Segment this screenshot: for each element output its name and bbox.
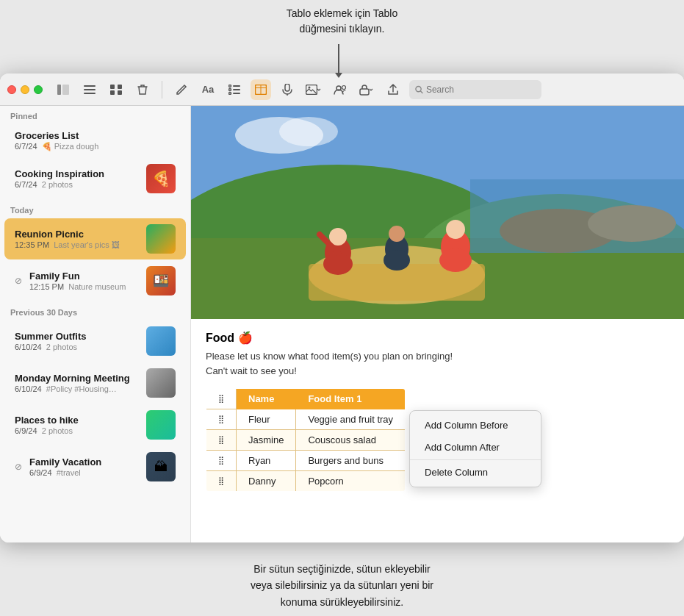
svg-point-25 bbox=[416, 86, 421, 91]
family-fun-thumbnail: 🍱 bbox=[146, 266, 176, 296]
maximize-button[interactable] bbox=[34, 85, 43, 94]
sidebar: Pinned Groceries List 6/7/24 🍕 Pizza dou… bbox=[0, 106, 191, 542]
svg-rect-2 bbox=[84, 85, 96, 87]
summer-outfits-title: Summer Outfits bbox=[15, 331, 140, 342]
table-cell-food[interactable]: Burgers and buns bbox=[296, 451, 406, 471]
cooking-info: Cooking Inspiration 6/7/24 2 photos bbox=[15, 168, 140, 189]
list-view-button[interactable] bbox=[79, 79, 100, 100]
summer-outfits-thumbnail bbox=[146, 326, 176, 356]
table-row[interactable]: ⣿ Jasmine Couscous salad bbox=[206, 430, 406, 451]
context-add-column-after[interactable]: Add Column After bbox=[413, 437, 538, 458]
svg-point-21 bbox=[309, 86, 311, 88]
table-row-handle-header: ⣿ bbox=[206, 389, 237, 409]
table-cell-name[interactable]: Ryan bbox=[237, 451, 296, 471]
minimize-button[interactable] bbox=[21, 85, 29, 94]
sidebar-item-cooking[interactable]: Cooking Inspiration 6/7/24 2 photos 🍕 bbox=[4, 158, 186, 199]
svg-point-29 bbox=[279, 117, 338, 146]
table-cell-food[interactable]: Veggie and fruit tray bbox=[296, 409, 406, 430]
sidebar-today-label: Today bbox=[0, 200, 190, 218]
svg-line-26 bbox=[421, 91, 422, 93]
collaborate-button[interactable] bbox=[330, 79, 350, 100]
table-cell-food[interactable]: Popcorn bbox=[296, 471, 406, 492]
sidebar-toggle-button[interactable] bbox=[53, 79, 73, 100]
compose-button[interactable] bbox=[171, 79, 192, 100]
svg-point-42 bbox=[446, 220, 465, 239]
sidebar-pinned-label: Pinned bbox=[0, 106, 190, 123]
svg-rect-1 bbox=[62, 85, 69, 95]
table-row-handle: ⣿ bbox=[206, 471, 237, 492]
share-button[interactable] bbox=[383, 79, 403, 100]
groceries-meta: 6/7/24 🍕 Pizza dough bbox=[15, 142, 176, 151]
table-cell-name[interactable]: Danny bbox=[237, 471, 296, 492]
svg-rect-8 bbox=[118, 90, 122, 95]
sidebar-item-summer-outfits[interactable]: Summer Outfits 6/10/24 2 photos bbox=[4, 320, 186, 362]
note-heading: Food 🍎 bbox=[206, 331, 669, 345]
checklist-button[interactable] bbox=[224, 79, 245, 100]
svg-rect-18 bbox=[285, 84, 289, 91]
context-menu-separator bbox=[410, 459, 541, 460]
table-button[interactable] bbox=[251, 79, 271, 100]
table-cell-name[interactable]: Jasmine bbox=[237, 430, 296, 451]
note-editor[interactable]: Food 🍎 Please let us know what food item… bbox=[191, 106, 684, 542]
svg-rect-5 bbox=[110, 85, 115, 89]
family-vacation-info: Family Vacation 6/9/24 #travel bbox=[29, 456, 140, 477]
places-hike-info: Places to hike 6/9/24 2 photos bbox=[15, 415, 140, 435]
main-window: Aa bbox=[0, 74, 684, 542]
lock-button[interactable] bbox=[356, 79, 377, 100]
groceries-title: Groceries List bbox=[15, 130, 176, 141]
sidebar-item-family-fun[interactable]: ⊘ Family Fun 12:15 PM Nature museum 🍱 bbox=[4, 260, 186, 301]
table-col2-header[interactable]: Food Item 1 bbox=[296, 389, 406, 409]
table-cell-food[interactable]: Couscous salad bbox=[296, 430, 406, 451]
toolbar-divider-1 bbox=[162, 81, 162, 99]
close-button[interactable] bbox=[7, 85, 16, 94]
format-button[interactable]: Aa bbox=[198, 79, 218, 100]
table-col1-header[interactable]: Name bbox=[237, 389, 296, 409]
table-cell-name[interactable]: Fleur bbox=[237, 409, 296, 430]
places-hike-meta: 6/9/24 2 photos bbox=[15, 426, 140, 435]
table-row-handle: ⣿ bbox=[206, 430, 237, 451]
annotation-arrow-top bbox=[338, 44, 339, 74]
titlebar: Aa bbox=[0, 74, 684, 106]
monday-meeting-meta: 6/10/24 #Policy #Housing… bbox=[15, 384, 140, 393]
svg-point-9 bbox=[229, 85, 231, 87]
note-body: Food 🍎 Please let us know what food item… bbox=[191, 319, 684, 506]
content-area: Pinned Groceries List 6/7/24 🍕 Pizza dou… bbox=[0, 106, 684, 542]
svg-rect-7 bbox=[110, 90, 115, 95]
table-row-handle: ⣿ bbox=[206, 451, 237, 471]
grid-view-button[interactable] bbox=[106, 79, 126, 100]
places-hike-title: Places to hike bbox=[15, 415, 140, 426]
reunion-thumbnail bbox=[146, 224, 176, 254]
svg-rect-6 bbox=[118, 85, 122, 89]
note-body-text: Please let us know what food item(s) you… bbox=[206, 349, 669, 378]
svg-rect-14 bbox=[233, 93, 240, 94]
table-row[interactable]: ⣿ Ryan Burgers and buns bbox=[206, 451, 406, 471]
family-vacation-pin-icon: ⊘ bbox=[15, 462, 22, 472]
svg-rect-10 bbox=[233, 85, 240, 87]
sidebar-item-reunion[interactable]: Reunion Picnic 12:35 PM Last year's pics… bbox=[4, 218, 186, 259]
summer-outfits-meta: 6/10/24 2 photos bbox=[15, 343, 140, 351]
places-hike-thumbnail bbox=[146, 410, 176, 440]
media-button[interactable] bbox=[303, 79, 324, 100]
svg-point-39 bbox=[389, 226, 405, 242]
context-delete-column[interactable]: Delete Column bbox=[413, 462, 538, 483]
family-fun-meta: 12:15 PM Nature museum bbox=[29, 282, 140, 291]
groceries-info: Groceries List 6/7/24 🍕 Pizza dough bbox=[15, 130, 176, 151]
family-fun-title: Family Fun bbox=[29, 271, 140, 282]
sidebar-item-monday-meeting[interactable]: Monday Morning Meeting 6/10/24 #Policy #… bbox=[4, 362, 186, 404]
svg-point-37 bbox=[323, 253, 353, 275]
table-row[interactable]: ⣿ Fleur Veggie and fruit tray bbox=[206, 409, 406, 430]
svg-point-13 bbox=[229, 92, 231, 94]
sidebar-item-family-vacation[interactable]: ⊘ Family Vacation 6/9/24 #travel 🏔 bbox=[4, 446, 186, 487]
table-row[interactable]: ⣿ Danny Popcorn bbox=[206, 471, 406, 492]
sidebar-item-places-hike[interactable]: Places to hike 6/9/24 2 photos bbox=[4, 404, 186, 445]
monday-meeting-info: Monday Morning Meeting 6/10/24 #Policy #… bbox=[15, 373, 140, 393]
context-add-column-before[interactable]: Add Column Before bbox=[413, 415, 538, 436]
delete-button[interactable] bbox=[132, 79, 153, 100]
audio-button[interactable] bbox=[277, 79, 298, 100]
sidebar-item-groceries[interactable]: Groceries List 6/7/24 🍕 Pizza dough bbox=[4, 124, 186, 157]
search-input[interactable] bbox=[426, 85, 536, 95]
note-table[interactable]: ⣿ Name Food Item 1 ⣿ Fleur Veggie and fr… bbox=[206, 388, 406, 492]
family-vacation-thumbnail: 🏔 bbox=[146, 452, 176, 481]
search-box[interactable] bbox=[409, 80, 541, 99]
family-vacation-title: Family Vacation bbox=[29, 456, 140, 468]
